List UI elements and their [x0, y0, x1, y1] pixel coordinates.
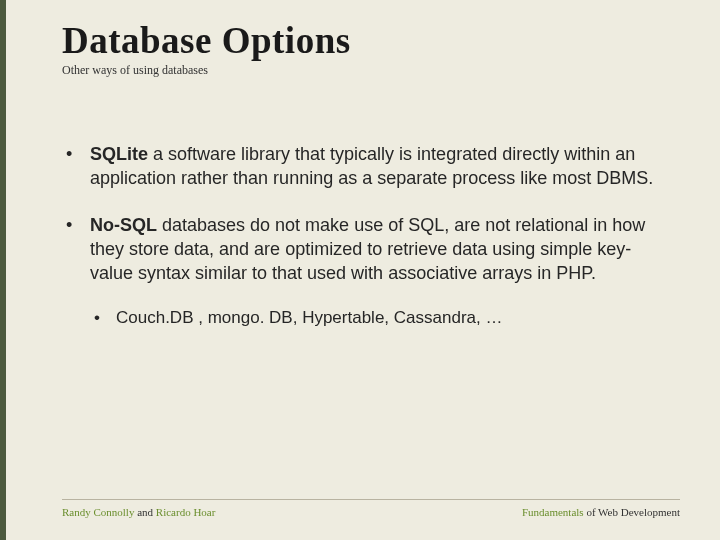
bullet-strong: SQLite — [90, 144, 148, 164]
page-title: Database Options — [62, 22, 664, 59]
list-item: Couch.DB , mongo. DB, Hypertable, Cassan… — [116, 307, 664, 330]
bullet-text: databases do not make use of SQL, are no… — [90, 215, 645, 284]
footer-left: Randy Connolly and Ricardo Hoar — [62, 506, 215, 518]
bullet-list: SQLite a software library that typically… — [62, 142, 664, 330]
footer-conj: and — [137, 506, 156, 518]
sub-bullet-list: Couch.DB , mongo. DB, Hypertable, Cassan… — [90, 307, 664, 330]
footer: Randy Connolly and Ricardo Hoar Fundamen… — [62, 499, 680, 518]
list-item: SQLite a software library that typically… — [90, 142, 664, 191]
content-area: SQLite a software library that typically… — [62, 142, 664, 330]
footer-book-a: Fundamentals — [522, 506, 586, 518]
page-subtitle: Other ways of using databases — [62, 63, 664, 78]
footer-book-b: of Web Development — [586, 506, 680, 518]
footer-author-a: Randy Connolly — [62, 506, 137, 518]
footer-right: Fundamentals of Web Development — [522, 506, 680, 518]
footer-author-b: Ricardo Hoar — [156, 506, 216, 518]
list-item: No-SQL databases do not make use of SQL,… — [90, 213, 664, 331]
slide: Database Options Other ways of using dat… — [0, 0, 720, 540]
bullet-text: a software library that typically is int… — [90, 144, 653, 188]
bullet-strong: No-SQL — [90, 215, 157, 235]
